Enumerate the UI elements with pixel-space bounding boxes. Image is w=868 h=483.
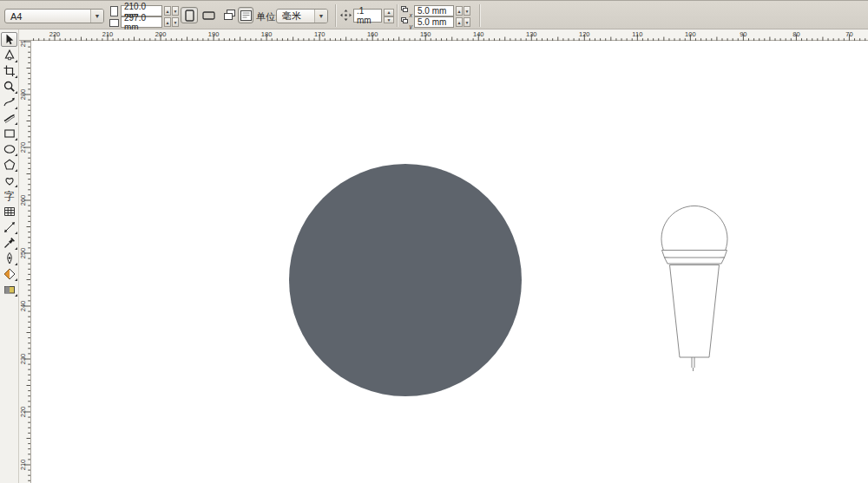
flyout-indicator-icon xyxy=(15,107,17,109)
duplicate-distance-x-field[interactable]: x 5.0 mm ▲▼ xyxy=(401,5,470,16)
flyout-indicator-icon xyxy=(15,278,17,281)
svg-text:70: 70 xyxy=(845,30,852,38)
svg-text:210: 210 xyxy=(102,30,114,38)
app-window: A4 ▼ 210.0 mm ▲▼ 297.0 mm ▲▼ xyxy=(0,0,868,483)
spin-up-icon[interactable]: ▲ xyxy=(164,6,171,16)
paper-height-value[interactable]: 297.0 mm xyxy=(121,16,162,28)
fill-tool[interactable] xyxy=(1,266,17,281)
units-value: 毫米 xyxy=(277,10,314,23)
svg-text:240: 240 xyxy=(19,301,27,312)
text-tool[interactable]: 字 xyxy=(1,188,17,203)
flyout-indicator-icon xyxy=(15,138,17,140)
stacked-pages-icon xyxy=(224,10,235,21)
flyout-indicator-icon xyxy=(15,185,17,187)
spin-down-icon[interactable]: ▼ xyxy=(384,16,394,24)
landscape-button[interactable] xyxy=(200,7,217,23)
spin-down-icon[interactable]: ▼ xyxy=(464,17,470,27)
chevron-down-icon[interactable]: ▼ xyxy=(90,10,103,23)
basic-shapes-tool[interactable] xyxy=(1,173,17,187)
current-page-button[interactable] xyxy=(238,7,253,23)
units-dropdown[interactable]: 毫米 ▼ xyxy=(276,9,328,23)
polygon-tool[interactable] xyxy=(1,157,17,172)
paper-width-spinner[interactable]: ▲▼ xyxy=(163,6,179,16)
duplicate-distance-y-field[interactable]: y 5.0 mm ▲▼ xyxy=(401,16,470,28)
vertical-ruler[interactable]: 210220230240250260270280290 xyxy=(19,41,31,483)
spin-down-icon[interactable]: ▼ xyxy=(464,6,470,16)
svg-text:210: 210 xyxy=(19,460,27,471)
svg-text:190: 190 xyxy=(208,30,220,38)
spin-up-icon[interactable]: ▲ xyxy=(456,6,463,16)
text-tool-icon: 字 xyxy=(4,191,15,201)
svg-text:270: 270 xyxy=(19,142,27,153)
svg-text:160: 160 xyxy=(367,30,378,38)
landscape-icon xyxy=(202,11,215,20)
drawing-canvas[interactable] xyxy=(31,41,868,483)
svg-text:200: 200 xyxy=(155,30,167,38)
duplicate-y-spinner[interactable]: ▲▼ xyxy=(455,17,470,27)
zoom-tool[interactable] xyxy=(1,79,17,94)
paper-height-field[interactable]: 297.0 mm ▲▼ xyxy=(109,16,179,28)
dimension-tool[interactable] xyxy=(1,219,17,234)
svg-text:150: 150 xyxy=(420,30,431,38)
svg-text:220: 220 xyxy=(49,30,61,38)
nudge-offset-value[interactable]: .1 mm xyxy=(353,9,382,23)
flyout-indicator-icon xyxy=(15,169,17,172)
duplicate-x-spinner[interactable]: ▲▼ xyxy=(455,6,470,16)
duplicate-x-icon: x xyxy=(401,6,412,16)
spin-down-icon[interactable]: ▼ xyxy=(172,6,179,16)
flyout-indicator-icon xyxy=(15,232,17,234)
all-pages-button[interactable] xyxy=(221,7,237,23)
pick-tool-icon xyxy=(3,33,16,47)
artistic-media-tool[interactable] xyxy=(1,110,17,125)
svg-text:260: 260 xyxy=(19,195,27,206)
ellipse-tool[interactable] xyxy=(1,141,17,156)
portrait-page-icon xyxy=(109,6,119,16)
rectangle-tool[interactable] xyxy=(1,126,17,140)
page-size-dropdown[interactable]: A4 ▼ xyxy=(4,9,104,23)
flyout-indicator-icon xyxy=(15,75,17,78)
microphone-path[interactable] xyxy=(692,357,694,371)
spin-down-icon[interactable]: ▼ xyxy=(172,17,179,27)
crop-tool[interactable] xyxy=(1,63,17,78)
units-label: 单位: xyxy=(256,10,278,23)
svg-text:280: 280 xyxy=(19,89,27,101)
toolbar-separator xyxy=(335,4,337,27)
toolbar-separator xyxy=(479,4,481,27)
flyout-indicator-icon xyxy=(15,91,17,94)
svg-text:290: 290 xyxy=(19,41,27,47)
microphone-path[interactable] xyxy=(661,206,727,252)
shape-tool[interactable] xyxy=(1,48,17,62)
spin-up-icon[interactable]: ▲ xyxy=(456,17,463,27)
current-page-icon xyxy=(240,10,252,21)
page-size-value: A4 xyxy=(5,11,90,22)
flyout-indicator-icon xyxy=(15,60,17,62)
duplicate-x-value[interactable]: 5.0 mm xyxy=(414,5,454,16)
landscape-page-icon xyxy=(109,17,119,28)
paper-height-spinner[interactable]: ▲▼ xyxy=(163,17,179,27)
svg-text:250: 250 xyxy=(19,248,27,259)
svg-text:220: 220 xyxy=(19,407,27,418)
eyedropper-tool[interactable] xyxy=(1,235,17,250)
portrait-button[interactable] xyxy=(181,7,198,23)
flyout-indicator-icon xyxy=(15,122,17,125)
horizontal-ruler[interactable]: 7080901001101201301401501601701801902002… xyxy=(19,29,868,41)
chevron-down-icon[interactable]: ▼ xyxy=(314,10,327,23)
drawn-circle[interactable] xyxy=(289,164,522,396)
spin-up-icon[interactable]: ▲ xyxy=(384,9,394,16)
microphone-path[interactable] xyxy=(665,258,725,264)
spin-up-icon[interactable]: ▲ xyxy=(164,17,171,27)
interactive-fill-tool[interactable] xyxy=(1,282,17,297)
microphone-drawing[interactable] xyxy=(661,206,727,371)
pick-tool[interactable] xyxy=(1,32,17,47)
freehand-tool[interactable] xyxy=(1,95,17,109)
nudge-spinner[interactable]: ▲ ▼ xyxy=(384,9,394,23)
table-tool[interactable] xyxy=(1,204,17,219)
flyout-indicator-icon xyxy=(15,294,17,297)
microphone-path[interactable] xyxy=(670,265,720,358)
svg-text:180: 180 xyxy=(261,30,273,38)
svg-text:90: 90 xyxy=(740,30,746,38)
outline-tool[interactable] xyxy=(1,251,17,265)
portrait-icon xyxy=(185,10,194,22)
svg-text:120: 120 xyxy=(579,30,590,38)
duplicate-y-value[interactable]: 5.0 mm xyxy=(414,16,454,28)
